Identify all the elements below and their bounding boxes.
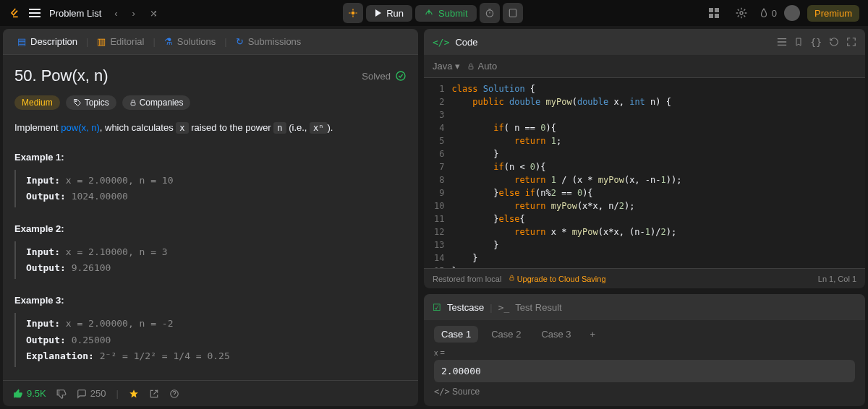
svg-point-12 bbox=[75, 100, 77, 102]
svg-rect-1 bbox=[29, 12, 41, 14]
example-1-title: Example 1: bbox=[14, 152, 407, 163]
language-selector[interactable]: Java ▾ bbox=[433, 61, 460, 72]
prev-problem[interactable]: ‹ bbox=[110, 7, 122, 20]
source-link[interactable]: Source bbox=[452, 387, 480, 397]
svg-rect-16 bbox=[509, 277, 513, 280]
description-icon: ▤ bbox=[17, 36, 26, 47]
tab-submissions[interactable]: ↻ Submissions bbox=[230, 33, 307, 50]
lock-icon bbox=[506, 275, 517, 283]
auto-selector[interactable]: Auto bbox=[467, 61, 497, 72]
svg-rect-5 bbox=[509, 9, 516, 17]
test-input-x[interactable]: 2.00000 bbox=[434, 360, 855, 382]
svg-rect-2 bbox=[29, 16, 41, 17]
menu-icon[interactable] bbox=[29, 8, 41, 18]
like-button[interactable]: 9.5K bbox=[13, 388, 46, 399]
user-avatar[interactable] bbox=[784, 5, 800, 21]
svg-point-4 bbox=[486, 10, 493, 17]
notes-icon[interactable] bbox=[503, 3, 523, 23]
restored-label: Restored from local bbox=[433, 275, 501, 283]
lock-icon bbox=[129, 98, 137, 107]
code-header-label: Code bbox=[455, 37, 477, 48]
topics-badge[interactable]: Topics bbox=[66, 95, 116, 110]
run-label: Run bbox=[386, 8, 404, 19]
premium-button[interactable]: Premium bbox=[807, 5, 859, 22]
problem-title: 50. Pow(x, n) bbox=[14, 66, 109, 85]
braces-icon[interactable]: {} bbox=[810, 37, 822, 48]
svg-rect-13 bbox=[131, 103, 135, 106]
solved-status: Solved bbox=[362, 70, 407, 82]
example-1: Input: x = 2.00000, n = 10 Output: 1024.… bbox=[14, 170, 407, 207]
tab-editorial[interactable]: ▥ Editorial bbox=[91, 33, 150, 50]
chevron-down-icon: ▾ bbox=[455, 61, 460, 72]
bookmark-icon[interactable] bbox=[794, 37, 803, 48]
submissions-icon: ↻ bbox=[236, 36, 244, 47]
svg-rect-8 bbox=[709, 14, 713, 18]
code-icon: </> bbox=[433, 37, 449, 48]
svg-rect-7 bbox=[715, 8, 719, 12]
layout-icon[interactable] bbox=[704, 3, 724, 23]
svg-point-3 bbox=[352, 12, 355, 15]
svg-rect-6 bbox=[709, 8, 713, 12]
case-2-tab[interactable]: Case 2 bbox=[484, 326, 528, 343]
logo[interactable] bbox=[9, 7, 20, 19]
comments-button[interactable]: 250 bbox=[77, 388, 106, 399]
problem-list-link[interactable]: Problem List bbox=[49, 8, 101, 19]
problem-description: Implement pow(x, n), which calculates x … bbox=[14, 120, 407, 136]
example-3-title: Example 3: bbox=[14, 295, 407, 306]
add-case-button[interactable]: + bbox=[584, 326, 602, 343]
help-button[interactable] bbox=[169, 389, 179, 399]
svg-rect-9 bbox=[715, 14, 719, 18]
testcase-icon: ☑ bbox=[433, 302, 441, 313]
reset-icon[interactable] bbox=[829, 37, 839, 48]
difficulty-badge: Medium bbox=[14, 95, 60, 110]
example-2-title: Example 2: bbox=[14, 223, 407, 234]
upgrade-link[interactable]: Upgrade to Cloud Saving bbox=[517, 275, 606, 283]
dislike-button[interactable] bbox=[56, 389, 67, 399]
terminal-icon: >_ bbox=[498, 302, 510, 313]
settings-icon[interactable] bbox=[731, 3, 752, 23]
source-icon: </> bbox=[434, 387, 450, 397]
case-3-tab[interactable]: Case 3 bbox=[534, 326, 578, 343]
test-var-label: x = bbox=[434, 348, 855, 357]
case-1-tab[interactable]: Case 1 bbox=[434, 326, 478, 343]
next-problem[interactable]: › bbox=[128, 7, 140, 20]
tab-description[interactable]: ▤ Description bbox=[12, 33, 83, 50]
submit-button[interactable]: Submit bbox=[415, 5, 476, 22]
run-button[interactable]: Run bbox=[366, 5, 412, 22]
svg-rect-0 bbox=[29, 9, 41, 10]
tab-solutions[interactable]: ⚗ Solutions bbox=[158, 33, 221, 50]
format-icon[interactable] bbox=[777, 37, 787, 48]
shuffle-icon[interactable]: ⤨ bbox=[145, 7, 162, 20]
testcase-tab[interactable]: Testcase bbox=[447, 302, 484, 313]
svg-point-11 bbox=[396, 72, 405, 80]
test-result-tab[interactable]: Test Result bbox=[515, 302, 561, 313]
cursor-position: Ln 1, Col 1 bbox=[818, 275, 856, 283]
solutions-icon: ⚗ bbox=[164, 36, 173, 47]
streak-counter[interactable]: 0 bbox=[759, 8, 777, 19]
example-2: Input: x = 2.10000, n = 3 Output: 9.2610… bbox=[14, 241, 407, 279]
timer-icon[interactable] bbox=[480, 3, 500, 23]
editorial-icon: ▥ bbox=[97, 36, 106, 47]
debug-icon[interactable] bbox=[343, 3, 363, 23]
pow-link[interactable]: pow(x, n) bbox=[61, 122, 99, 133]
star-button[interactable] bbox=[129, 389, 139, 399]
fullscreen-icon[interactable] bbox=[846, 37, 856, 48]
svg-point-10 bbox=[740, 12, 743, 14]
share-button[interactable] bbox=[149, 389, 159, 399]
streak-count: 0 bbox=[772, 8, 777, 19]
companies-badge[interactable]: Companies bbox=[122, 95, 191, 110]
submit-label: Submit bbox=[438, 8, 467, 19]
svg-rect-15 bbox=[469, 66, 474, 69]
tag-icon bbox=[73, 98, 82, 107]
code-editor[interactable]: 123456789101112131415 class Solution { p… bbox=[424, 78, 865, 268]
check-icon bbox=[395, 70, 407, 82]
example-3: Input: x = 2.00000, n = -2 Output: 0.250… bbox=[14, 313, 407, 366]
